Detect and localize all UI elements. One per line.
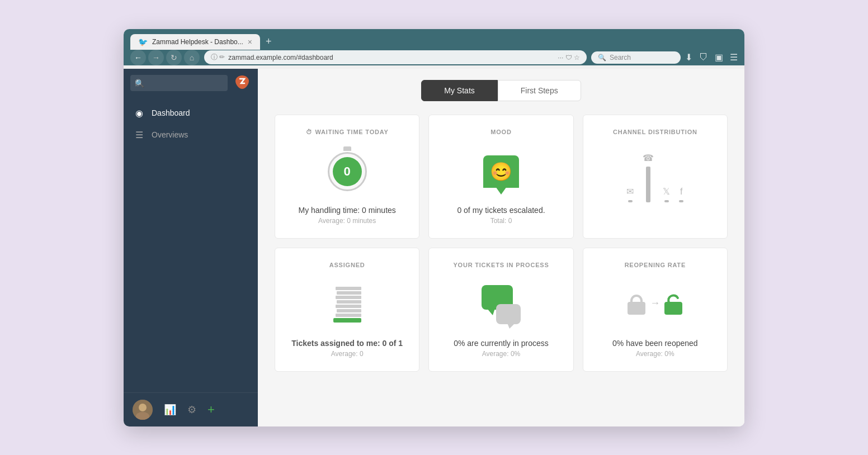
tab-first-steps[interactable]: First Steps: [498, 80, 581, 101]
channel-twitter-col: 𝕏: [663, 186, 670, 202]
reopen-value: 0% have been reopened: [612, 339, 698, 348]
channel-title: CHANNEL DISTRIBUTION: [613, 129, 697, 135]
zammad-logo: [233, 73, 251, 93]
reopen-icon-area: →: [626, 279, 683, 330]
mood-value: 0 of my tickets escalated.: [457, 206, 545, 215]
new-tab-button[interactable]: +: [261, 34, 276, 50]
browser-search-icon: 🔍: [598, 54, 606, 61]
lock-body-open: [664, 302, 682, 315]
forward-button[interactable]: →: [148, 50, 164, 65]
timer-inner: 0: [333, 157, 362, 186]
assigned-title: ASSIGNED: [329, 262, 365, 268]
stat-card-reopen: REOPENING RATE →: [583, 248, 728, 372]
sidebar-nav: ◉ Dashboard ☰ Overviews: [124, 98, 258, 392]
unlocked-icon: [663, 295, 683, 315]
stack-4: [337, 300, 361, 304]
main-content: My Stats First Steps ⏱ WAITING TIME TODA…: [258, 69, 744, 426]
sidebar: 🔍 ◉ Dashboard ☰ Overviews: [124, 69, 258, 426]
address-bar-icons: ⓘ ✏: [211, 53, 225, 62]
phone-channel-icon: ☎: [643, 153, 654, 163]
lock-shackle-closed: [630, 295, 643, 302]
stack-3: [336, 296, 361, 299]
main-tabs: My Stats First Steps: [275, 80, 728, 101]
channel-phone-col: ☎: [643, 153, 654, 202]
overviews-icon: ☰: [134, 130, 145, 140]
stack-6: [337, 309, 361, 312]
twitter-channel-icon: 𝕏: [663, 186, 670, 197]
stack-2: [337, 291, 361, 295]
browser-search[interactable]: 🔍 Search: [591, 51, 681, 64]
sidebar-dashboard-label: Dashboard: [152, 108, 190, 117]
mood-face: 😊: [490, 161, 512, 182]
nav-buttons: ← → ↻ ⌂: [130, 50, 200, 65]
tab-favicon: 🐦: [138, 37, 148, 46]
sidebar-item-dashboard[interactable]: ◉ Dashboard: [124, 102, 258, 124]
stat-card-process: YOUR TICKETS IN PROCESS 0% are currently…: [428, 248, 573, 372]
facebook-bar: [679, 200, 683, 202]
sidebar-overviews-label: Overviews: [152, 130, 188, 139]
library-icon[interactable]: ⛉: [699, 53, 708, 63]
stack-7: [336, 314, 361, 317]
refresh-button[interactable]: ↻: [166, 50, 182, 65]
browser-window: 🐦 Zammad Helpdesk - Dashbo... × + ← → ↻ …: [124, 29, 744, 426]
email-channel-icon: ✉: [626, 186, 634, 197]
assigned-visual: [333, 287, 361, 323]
stack-5: [336, 305, 361, 308]
assigned-avg: Average: 0: [331, 350, 364, 358]
svg-point-1: [139, 404, 147, 411]
sidebar-item-overviews[interactable]: ☰ Overviews: [124, 124, 258, 146]
facebook-channel-icon: f: [680, 187, 682, 197]
sidebar-search-input[interactable]: [130, 75, 228, 91]
menu-icon[interactable]: ☰: [730, 52, 738, 63]
stats-button[interactable]: 📊: [164, 404, 176, 416]
tab-title: Zammad Helpdesk - Dashbo...: [152, 38, 243, 46]
stats-grid: ⏱ WAITING TIME TODAY 0: [275, 115, 728, 372]
process-icon-area: [482, 279, 521, 330]
add-button[interactable]: +: [207, 402, 215, 417]
waiting-time-value: My handling time: 0 minutes: [299, 206, 396, 215]
assigned-value: Tickets assigned to me: 0 of 1: [291, 339, 403, 348]
channel-bars: ✉ ☎ 𝕏 f: [626, 153, 683, 207]
mood-avg: Total: 0: [490, 217, 512, 225]
channel-facebook-col: f: [679, 187, 683, 202]
user-avatar[interactable]: [133, 400, 153, 420]
process-value: 0% are currently in process: [454, 339, 549, 348]
timer-outer: 0: [328, 152, 367, 191]
sidebar-search-icon: 🔍: [135, 79, 144, 88]
channel-icon-area: ✉ ☎ 𝕏 f: [626, 146, 683, 214]
stat-card-channel: CHANNEL DISTRIBUTION ✉ ☎: [583, 115, 728, 239]
tabs-bar: 🐦 Zammad Helpdesk - Dashbo... × +: [130, 34, 738, 50]
browser-tab[interactable]: 🐦 Zammad Helpdesk - Dashbo... ×: [130, 34, 260, 50]
channel-email-col: ✉: [626, 186, 634, 202]
twitter-bar: [664, 200, 669, 202]
process-visual: [482, 285, 521, 324]
tab-my-stats[interactable]: My Stats: [421, 80, 497, 101]
dashboard-icon: ◉: [134, 108, 145, 119]
process-avg: Average: 0%: [482, 350, 521, 358]
lock-body-closed: [628, 302, 645, 315]
phone-bar: [646, 167, 650, 202]
stack-1: [336, 287, 361, 290]
locked-icon: [626, 295, 647, 315]
back-button[interactable]: ←: [130, 50, 146, 65]
download-icon[interactable]: ⬇: [685, 52, 692, 63]
sidebar-bottom: 📊 ⚙ +: [124, 392, 258, 426]
waiting-time-icon-area: 0: [328, 146, 367, 197]
home-button[interactable]: ⌂: [184, 50, 200, 65]
address-bar-right-icons: ··· 🛡 ☆: [558, 54, 580, 61]
email-bar: [628, 200, 633, 202]
waiting-time-title: ⏱ WAITING TIME TODAY: [306, 129, 389, 135]
timer-visual: 0: [328, 152, 367, 191]
address-bar[interactable]: ⓘ ✏ zammad.example.com/#dashboard ··· 🛡 …: [204, 50, 587, 64]
sidebar-search-wrapper: 🔍: [130, 75, 228, 91]
tab-close-button[interactable]: ×: [248, 37, 252, 46]
reopen-avg: Average: 0%: [636, 350, 674, 358]
app-layout: 🔍 ◉ Dashboard ☰ Overviews: [124, 69, 744, 426]
settings-button[interactable]: ⚙: [187, 404, 196, 416]
browser-menu-icons: ⬇ ⛉ ▣ ☰: [685, 52, 738, 63]
browser-search-placeholder: Search: [610, 54, 631, 61]
waiting-time-avg: Average: 0 minutes: [318, 217, 376, 225]
timer-value: 0: [344, 164, 351, 179]
sidebar-toggle-icon[interactable]: ▣: [715, 52, 723, 63]
browser-controls: ← → ↻ ⌂ ⓘ ✏ zammad.example.com/#dashboar…: [130, 50, 738, 65]
